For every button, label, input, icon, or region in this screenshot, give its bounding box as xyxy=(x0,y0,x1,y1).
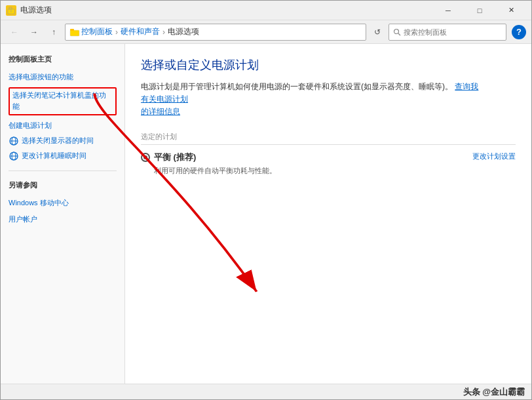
svg-rect-5 xyxy=(70,29,74,31)
breadcrumb-item-power: 电源选项 xyxy=(168,26,199,37)
sidebar-link-power-key[interactable]: 选择电源按钮的功能 xyxy=(9,71,117,83)
search-bar xyxy=(389,24,506,41)
up-button[interactable]: ↑ xyxy=(45,24,62,41)
change-plan-link[interactable]: 更改计划设置 xyxy=(472,151,516,161)
forward-button[interactable]: → xyxy=(26,24,43,41)
breadcrumb: 控制面板 › 硬件和声音 › 电源选项 xyxy=(65,24,366,41)
content-description: 电源计划是用于管理计算机如何使用电源的一套硬件和系统设置(如显示器亮度、睡眠等)… xyxy=(141,81,482,119)
sidebar-link-windows-mobility[interactable]: Windows 移动中心 xyxy=(9,197,117,209)
plan-radio-dot xyxy=(143,155,147,159)
svg-rect-4 xyxy=(70,30,79,36)
sidebar-link-computer-sleep[interactable]: 更改计算机睡眠时间 xyxy=(9,150,117,161)
svg-point-6 xyxy=(394,29,399,33)
help-button[interactable]: ? xyxy=(512,25,526,39)
search-input[interactable] xyxy=(404,28,502,36)
main-area-wrapper: 控制面板主页 选择电源按钮的功能 选择关闭笔记本计算机盖的功能 创建电源计划 选… xyxy=(1,44,531,384)
window-icon xyxy=(6,5,16,16)
sidebar-link-user-account[interactable]: 用户帐户 xyxy=(9,213,117,226)
window-controls: ─ □ ✕ xyxy=(433,1,526,20)
minimize-button[interactable]: ─ xyxy=(433,1,463,20)
globe-icon-2 xyxy=(9,151,19,161)
sidebar: 控制面板主页 选择电源按钮的功能 选择关闭笔记本计算机盖的功能 创建电源计划 选… xyxy=(1,44,125,384)
title-bar: 电源选项 ─ □ ✕ xyxy=(1,1,531,20)
search-icon xyxy=(393,28,401,36)
folder-icon xyxy=(69,27,80,37)
svg-rect-0 xyxy=(8,9,14,14)
back-button[interactable]: ← xyxy=(6,24,23,41)
sidebar-link-display-sleep[interactable]: 选择关闭显示器的时间 xyxy=(9,135,117,146)
globe-icon-1 xyxy=(9,136,19,146)
content-area: 选择或自定义电源计划 电源计划是用于管理计算机如何使用电源的一套硬件和系统设置(… xyxy=(125,44,531,384)
close-button[interactable]: ✕ xyxy=(496,1,526,20)
plan-info: 平衡 (推荐) 利用可用的硬件自动平衡功耗与性能。 xyxy=(141,151,472,176)
maximize-button[interactable]: □ xyxy=(465,1,495,20)
svg-line-7 xyxy=(398,33,400,35)
breadcrumb-item-controlpanel[interactable]: 控制面板 xyxy=(81,26,113,37)
plan-row: 平衡 (推荐) 利用可用的硬件自动平衡功耗与性能。 更改计划设置 xyxy=(141,151,516,176)
plan-section-title: 选定的计划 xyxy=(141,132,516,145)
refresh-button[interactable]: ↺ xyxy=(369,24,386,41)
content-title: 选择或自定义电源计划 xyxy=(141,57,516,73)
plan-name: 平衡 (推荐) xyxy=(141,151,472,163)
sidebar-section-title: 控制面板主页 xyxy=(9,54,117,64)
sidebar-link-create-plan[interactable]: 创建电源计划 xyxy=(9,119,117,132)
watermark: 头条 @金山霸霸 xyxy=(463,386,525,398)
plan-radio[interactable] xyxy=(141,153,150,162)
window-title: 电源选项 xyxy=(20,5,433,16)
plan-description: 利用可用的硬件自动平衡功耗与性能。 xyxy=(154,166,472,176)
svg-rect-1 xyxy=(9,7,12,9)
address-bar: ← → ↑ 控制面板 › 硬件和声音 › 电源选项 ↺ ? xyxy=(1,20,531,44)
window: 电源选项 ─ □ ✕ ← → ↑ 控制面板 › 硬件和声音 › 电源选项 ↺ xyxy=(0,0,532,400)
breadcrumb-item-hardware[interactable]: 硬件和声音 xyxy=(121,26,160,37)
sidebar-divider xyxy=(9,170,117,171)
sidebar-link-lid-close[interactable]: 选择关闭笔记本计算机盖的功能 xyxy=(9,87,117,115)
status-bar: 头条 @金山霸霸 xyxy=(1,384,531,399)
also-see-title: 另请参阅 xyxy=(9,180,117,190)
